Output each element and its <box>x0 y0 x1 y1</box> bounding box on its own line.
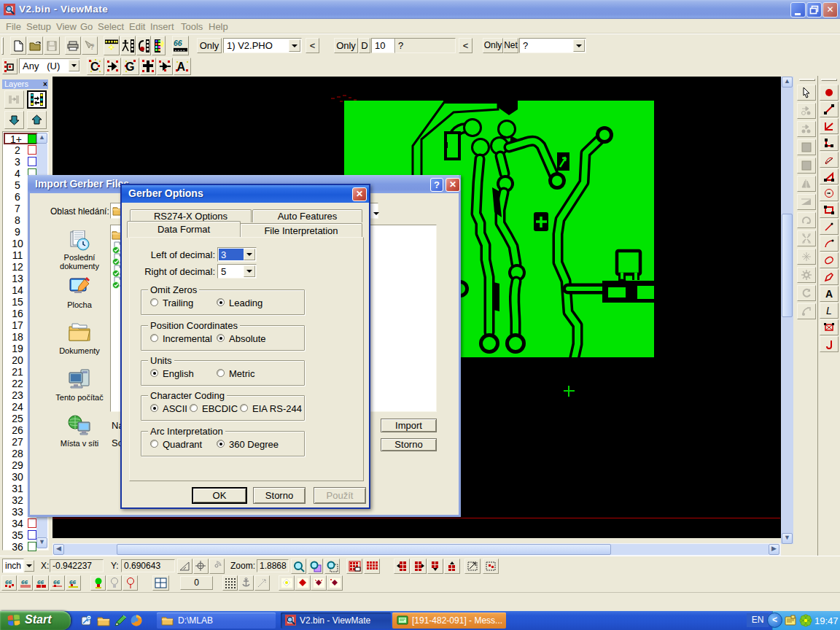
svg-text:C: C <box>90 61 99 73</box>
svg-text:66: 66 <box>5 579 12 586</box>
svg-text:A: A <box>825 289 833 299</box>
svg-text:66: 66 <box>21 579 28 586</box>
svg-text:66: 66 <box>37 579 44 586</box>
svg-text:66: 66 <box>53 579 60 586</box>
svg-text:A: A <box>177 61 186 73</box>
svg-text:66: 66 <box>174 39 182 47</box>
svg-text:?: ? <box>90 42 95 51</box>
svg-text:L: L <box>826 306 832 316</box>
svg-text:G: G <box>125 61 134 73</box>
